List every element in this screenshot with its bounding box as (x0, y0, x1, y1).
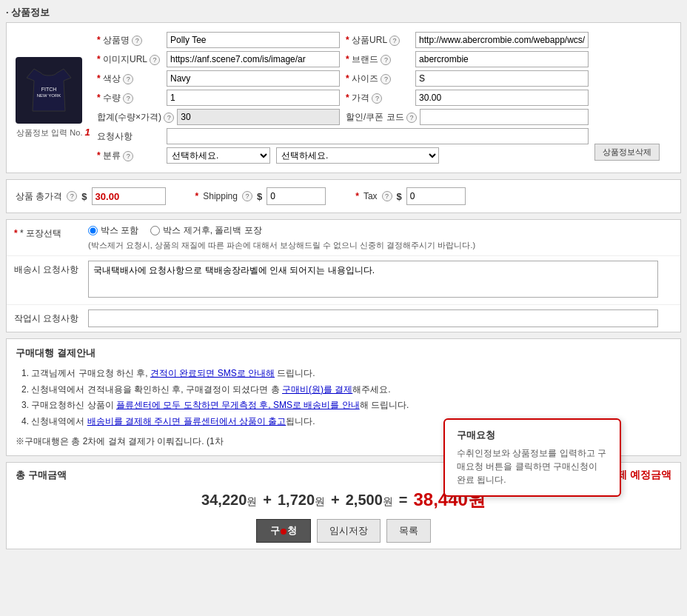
plus-sign-1: + (263, 492, 272, 509)
product-url-help[interactable]: ? (389, 36, 400, 46)
brand-help[interactable]: ? (381, 55, 391, 65)
plus-sign-2: + (331, 492, 340, 509)
brand-label: * 브랜드 ? (346, 53, 412, 66)
product-no-label: 상품정보 입력 No. 1 (16, 127, 91, 138)
svg-text:NEW YORK: NEW YORK (37, 93, 61, 98)
request-label: 요청사항 (97, 130, 164, 143)
size-row: * 사이즈 ? (346, 70, 589, 87)
delivery-note-input[interactable]: 국내택배사에 요청사항으로 택배송장라벨에 인새 되어지는 내용입니다. (88, 261, 658, 298)
amount-2: 1,720원 (278, 492, 325, 509)
packaging-box-label: 박스 포함 (101, 224, 138, 237)
tax-input[interactable] (406, 187, 466, 205)
product-fields-cell: * 상품명 ? * 상품URL ? (94, 29, 592, 167)
total-help[interactable]: ? (164, 113, 174, 123)
pricing-section: 상품 총가격 ? $ * Shipping ? $ * Tax ? $ (6, 179, 681, 213)
section-title: · 상품정보 (6, 6, 681, 19)
total-price-label: 상품 총가격 (16, 190, 62, 203)
image-url-help[interactable]: ? (150, 55, 160, 65)
category-row: * 분류 ? 선택하세요. 선택하세요. (97, 147, 589, 164)
packaging-content: 박스 포함 박스 제거후, 폴리백 포장 (박스제거 요청시, 상품의 재질에 … (88, 224, 673, 251)
tax-prefix: $ (397, 191, 402, 202)
packaging-label: * * 포장선택 (14, 224, 88, 240)
product-url-label: * 상품URL ? (346, 34, 412, 47)
delivery-row: 배송시 요청사항 국내택배사에 요청사항으로 택배송장라벨에 인새 되어지는 내… (7, 256, 680, 305)
product-name-help[interactable]: ? (132, 36, 142, 46)
work-note-input[interactable] (88, 309, 658, 327)
total-price-item: 상품 총가격 ? $ (16, 187, 166, 205)
packaging-box-option[interactable]: 박스 포함 (88, 224, 138, 237)
price-help[interactable]: ? (372, 93, 382, 104)
amount-1: 34,220원 (201, 492, 257, 509)
packaging-row: * * 포장선택 박스 포함 박스 제거후, 폴리백 포장 (박스제거 요청시,… (7, 220, 680, 256)
delete-product-button[interactable]: 상품정보삭제 (594, 144, 660, 161)
quantity-row: * 수량 ? (97, 90, 340, 106)
work-row: 작업시 요청사항 (7, 305, 680, 332)
shirt-icon: FITCH NEW YORK (19, 63, 78, 118)
packaging-polybag-radio[interactable] (150, 226, 160, 235)
color-input[interactable] (167, 70, 340, 87)
tax-help[interactable]: ? (382, 191, 392, 201)
size-help[interactable]: ? (381, 74, 391, 84)
work-content (88, 309, 673, 327)
color-row: * 색상 ? (97, 70, 340, 87)
brand-row: * 브랜드 ? (346, 51, 589, 67)
category-select-1[interactable]: 선택하세요. (167, 147, 270, 164)
request-row: 요청사항 (97, 128, 589, 144)
color-help[interactable]: ? (123, 74, 133, 84)
coupon-input[interactable] (420, 109, 589, 125)
category-select-2[interactable]: 선택하세요. (276, 147, 439, 164)
coupon-row: 할인/쿠폰 코드 ? (346, 109, 589, 125)
amount-3: 2,500원 (346, 492, 393, 509)
total-label: 합계(수량×가격) ? (97, 111, 174, 124)
list-button[interactable]: 목록 (386, 519, 431, 543)
price-label: * 가격 ? (346, 92, 412, 104)
product-image: FITCH NEW YORK (16, 57, 82, 124)
category-help[interactable]: ? (123, 151, 133, 161)
options-section: * * 포장선택 박스 포함 박스 제거후, 폴리백 포장 (박스제거 요청시,… (6, 219, 681, 332)
request-input[interactable] (167, 128, 589, 144)
total-price-input[interactable] (92, 187, 166, 205)
image-url-input[interactable] (167, 51, 340, 67)
purchase-guide-item-1: 1. 고객님께서 구매요청 하신 후, 견적이 완료되면 SMS로 안내해 드립… (21, 366, 671, 382)
shipping-label: Shipping (203, 191, 238, 201)
color-label: * 색상 ? (97, 73, 164, 85)
price-row: * 가격 ? (346, 90, 589, 106)
purchase-guide-item-2: 2. 신청내역에서 견적내용을 확인하신 후, 구매결정이 되셨다면 총 구매비… (21, 382, 671, 398)
total-row: 합계(수량×가격) ? (97, 109, 340, 125)
coupon-help[interactable]: ? (406, 113, 417, 123)
packaging-note: (박스제거 요청시, 상품의 재질에 따른 파손에 대해서 보상해드릴 수 없으… (88, 240, 673, 251)
category-label: * 분류 ? (97, 150, 164, 162)
size-input[interactable] (415, 70, 589, 87)
tooltip-content: 수취인정보와 상품정보를 입력하고 구매요청 버튼을 클릭하면 구매신청이 완료… (457, 446, 608, 486)
quantity-input[interactable] (167, 90, 340, 106)
total-input (177, 109, 340, 125)
product-info-section: FITCH NEW YORK 상품정보 입력 No. 1 * (6, 22, 681, 173)
brand-input[interactable] (415, 51, 589, 67)
packaging-box-radio[interactable] (88, 226, 98, 235)
size-label: * 사이즈 ? (346, 73, 412, 85)
shipping-prefix: $ (257, 191, 262, 202)
quantity-help[interactable]: ? (123, 93, 133, 104)
work-label: 작업시 요청사항 (14, 309, 88, 325)
shipping-input[interactable] (267, 187, 326, 205)
red-dot (281, 529, 286, 535)
total-price-help[interactable]: ? (67, 191, 77, 201)
product-name-input[interactable] (167, 32, 340, 48)
coupon-label: 할인/쿠폰 코드 ? (346, 111, 417, 124)
totals-section: 구매요청 수취인정보와 상품정보를 입력하고 구매요청 버튼을 클릭하면 구매신… (6, 462, 681, 549)
temp-save-button[interactable]: 임시저장 (317, 519, 381, 543)
product-url-input[interactable] (415, 32, 589, 48)
request-button[interactable]: 구청 (256, 519, 311, 543)
delivery-label: 배송시 요청사항 (14, 261, 88, 276)
product-name-label: * 상품명 ? (97, 34, 164, 47)
product-name-row: * 상품명 ? (97, 32, 340, 48)
delivery-content: 국내택배사에 요청사항으로 택배송장라벨에 인새 되어지는 내용입니다. (88, 261, 673, 300)
svg-text:FITCH: FITCH (41, 87, 57, 92)
product-form-grid: * 상품명 ? * 상품URL ? (97, 32, 589, 164)
shipping-help[interactable]: ? (242, 191, 252, 201)
packaging-polybag-option[interactable]: 박스 제거후, 폴리백 포장 (150, 224, 261, 237)
image-url-row: * 이미지URL ? (97, 51, 340, 67)
total-price-prefix: $ (81, 191, 87, 202)
price-input[interactable] (415, 90, 589, 106)
tooltip-title: 구매요청 (457, 429, 608, 442)
